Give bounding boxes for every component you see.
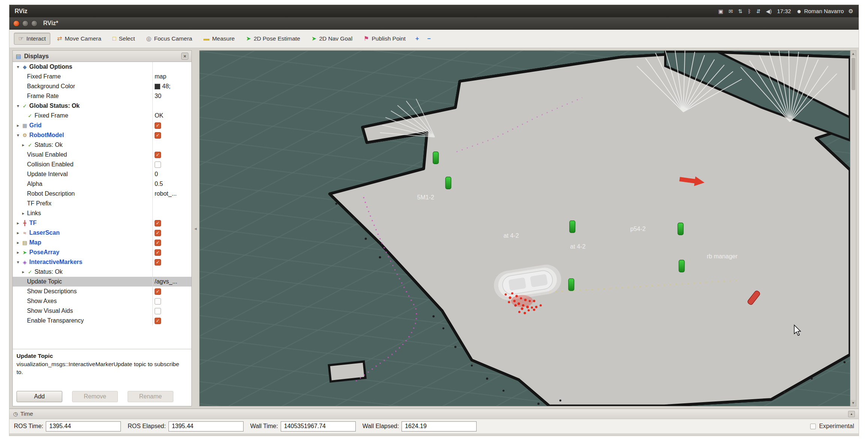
property-value-cell[interactable]: robot_... xyxy=(152,189,191,199)
volume-icon[interactable]: ◀) xyxy=(766,8,772,14)
property-value-cell[interactable]: OK xyxy=(152,111,191,121)
enabled-checkbox[interactable]: ✓ xyxy=(155,288,161,295)
displays-tree-row[interactable]: ▾ ⚙ RobotModel ✓ xyxy=(13,130,191,140)
viewport-scrollbar[interactable]: ▲ ▼ xyxy=(850,50,856,406)
scroll-down-icon[interactable]: ▼ xyxy=(850,400,856,406)
displays-tree-row[interactable]: ▸ ╋ TF ✓ xyxy=(13,218,191,228)
enabled-checkbox[interactable] xyxy=(155,308,161,314)
time-field-input[interactable]: 1405351967.74 xyxy=(281,421,356,431)
expand-arrow-icon[interactable]: ▸ xyxy=(15,220,21,226)
property-value[interactable]: OK xyxy=(155,112,163,119)
displays-tree-row[interactable]: ▸ ▦ Grid ✓ xyxy=(13,121,191,130)
expand-arrow-icon[interactable]: ▸ xyxy=(20,211,26,216)
displays-tree-row[interactable]: ▸ ≈ LaserScan ✓ xyxy=(13,228,191,238)
expand-arrow-icon[interactable]: ▾ xyxy=(15,259,21,265)
enabled-checkbox[interactable]: ✓ xyxy=(155,230,161,236)
global-menu-app-name[interactable]: RViz xyxy=(15,8,27,15)
displays-tree-row[interactable]: ✓ Fixed Frame OK xyxy=(13,111,191,121)
interactive-marker-green[interactable] xyxy=(569,279,574,291)
experimental-checkbox[interactable] xyxy=(810,424,816,429)
add-button[interactable]: Add xyxy=(17,391,62,402)
displays-tree-row[interactable]: Robot Description robot_... xyxy=(13,189,191,199)
property-value-cell[interactable] xyxy=(152,267,191,277)
window-icon[interactable]: ▣ xyxy=(718,8,723,14)
bluetooth-icon[interactable]: ᛒ xyxy=(748,8,751,14)
nav-goal-tool-button[interactable]: ➤ 2D Nav Goal xyxy=(307,33,357,45)
displays-tree-row[interactable]: Show Visual Aids xyxy=(13,306,191,316)
displays-tree-row[interactable]: Update Topic /agvs_... xyxy=(13,277,191,287)
displays-tree-row[interactable]: Update Interval 0 xyxy=(13,169,191,179)
displays-tree-row[interactable]: Frame Rate 30 xyxy=(13,91,191,101)
enabled-checkbox[interactable]: ✓ xyxy=(155,220,161,226)
time-field-input[interactable]: 1395.44 xyxy=(168,421,244,431)
enabled-checkbox[interactable]: ✓ xyxy=(155,240,161,246)
interactive-marker-green[interactable] xyxy=(678,223,683,235)
collapse-arrow-icon[interactable]: ▲ xyxy=(848,411,855,417)
displays-tree-row[interactable]: TF Prefix xyxy=(13,199,191,208)
sync-icon[interactable]: ⇅ xyxy=(738,8,743,14)
displays-tree-row[interactable]: Visual Enabled ✓ xyxy=(13,150,191,160)
property-value-cell[interactable]: ✓ xyxy=(152,316,191,326)
displays-tree-row[interactable]: ▸ ✓ Status: Ok xyxy=(13,267,191,277)
3d-viewport[interactable]: 5M1-2 at 4-2 at 4-2 p54-2 rb manager xyxy=(199,50,850,406)
property-value[interactable]: /agvs_... xyxy=(155,278,177,285)
time-panel-header[interactable]: ◷ Time ▲ xyxy=(9,409,859,419)
interactive-marker-green[interactable] xyxy=(570,221,575,233)
property-value-cell[interactable] xyxy=(152,101,191,111)
property-value-cell[interactable] xyxy=(152,199,191,208)
displays-tree-row[interactable]: ▾ ◈ InteractiveMarkers ✓ xyxy=(13,257,191,267)
enabled-checkbox[interactable]: ✓ xyxy=(155,132,161,139)
window-titlebar[interactable]: RViz* xyxy=(9,17,859,30)
minimize-button[interactable] xyxy=(22,20,29,27)
color-swatch[interactable] xyxy=(155,84,160,89)
property-value[interactable]: 0.5 xyxy=(155,181,163,187)
property-value-cell[interactable] xyxy=(152,140,191,150)
displays-tree-row[interactable]: Show Axes xyxy=(13,296,191,306)
move-camera-tool-button[interactable]: ⇄ Move Camera xyxy=(53,33,106,45)
enabled-checkbox[interactable]: ✓ xyxy=(155,152,161,158)
measure-tool-button[interactable]: ▬ Measure xyxy=(199,33,239,45)
expand-arrow-icon[interactable]: ▾ xyxy=(15,133,21,138)
enabled-checkbox[interactable] xyxy=(155,298,161,305)
property-value[interactable]: map xyxy=(155,73,166,80)
displays-tree-row[interactable]: ▸ Links xyxy=(13,208,191,218)
maximize-button[interactable] xyxy=(31,20,38,27)
focus-camera-tool-button[interactable]: ◎ Focus Camera xyxy=(142,33,197,45)
property-value-cell[interactable]: /agvs_... xyxy=(152,277,191,287)
add-tool-button[interactable]: + xyxy=(412,33,422,44)
interactive-marker-green[interactable] xyxy=(433,152,439,164)
property-value-cell[interactable] xyxy=(152,62,191,72)
displays-tree-row[interactable]: Enable Transparency ✓ xyxy=(13,316,191,326)
pose-estimate-tool-button[interactable]: ➤ 2D Pose Estimate xyxy=(242,33,305,45)
property-value-cell[interactable]: ✓ xyxy=(152,257,191,267)
displays-tree-row[interactable]: Collision Enabled xyxy=(13,160,191,169)
property-value-cell[interactable]: 30 xyxy=(152,91,191,101)
panel-splitter[interactable]: ◂ xyxy=(192,50,199,406)
property-value-cell[interactable]: ✓ xyxy=(152,218,191,228)
displays-panel-header[interactable]: ▤ Displays × xyxy=(13,51,191,62)
scrollbar-thumb[interactable] xyxy=(851,58,855,90)
enabled-checkbox[interactable]: ✓ xyxy=(155,318,161,324)
expand-arrow-icon[interactable]: ▸ xyxy=(15,123,21,128)
interactive-marker-green[interactable] xyxy=(445,177,451,189)
displays-tree-row[interactable]: Alpha 0.5 xyxy=(13,179,191,189)
property-value[interactable]: 30 xyxy=(155,93,161,100)
property-value[interactable]: 0 xyxy=(155,171,158,178)
displays-tree-row[interactable]: ▸ ▤ Map ✓ xyxy=(13,238,191,247)
updown-icon[interactable]: ⇵ xyxy=(756,8,761,14)
property-value-cell[interactable] xyxy=(152,208,191,218)
displays-tree-row[interactable]: Show Descriptions ✓ xyxy=(13,287,191,296)
gear-icon[interactable]: ⚙ xyxy=(848,8,853,15)
property-value-cell[interactable]: map xyxy=(152,72,191,81)
interactive-marker-green[interactable] xyxy=(679,260,684,272)
property-value-cell[interactable] xyxy=(152,160,191,169)
expand-arrow-icon[interactable]: ▸ xyxy=(15,230,21,235)
remove-tool-button[interactable]: − xyxy=(424,33,433,44)
mail-icon[interactable]: ✉ xyxy=(728,8,733,14)
enabled-checkbox[interactable]: ✓ xyxy=(155,249,161,256)
property-value-cell[interactable]: ✓ xyxy=(152,150,191,160)
property-value-cell[interactable] xyxy=(152,306,191,316)
scroll-up-icon[interactable]: ▲ xyxy=(850,51,856,57)
property-value-cell[interactable]: 0.5 xyxy=(152,179,191,189)
time-field-input[interactable]: 1624.19 xyxy=(402,421,477,431)
